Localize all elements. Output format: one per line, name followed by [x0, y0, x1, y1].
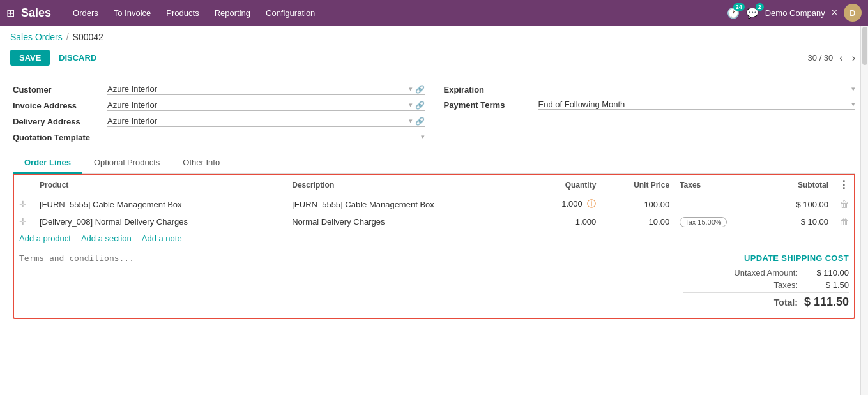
total-divider [683, 292, 849, 293]
grand-total-row: Total: $ 111.50 [683, 295, 849, 309]
total-value: $ 111.50 [804, 295, 849, 309]
col-description: Description [287, 175, 529, 195]
col-product: Product [34, 175, 287, 195]
discard-button[interactable]: DISCARD [59, 53, 96, 63]
message-badge: 2 [756, 3, 764, 11]
add-product-link[interactable]: Add a product [19, 234, 71, 243]
untaxed-amount-row: Untaxed Amount: $ 110.00 [683, 268, 849, 278]
add-section-link[interactable]: Add a section [81, 234, 132, 243]
tab-other-info[interactable]: Other Info [171, 153, 231, 174]
menu-to-invoice[interactable]: To Invoice [107, 6, 158, 20]
totals-section: UPDATE SHIPPING COST Untaxed Amount: $ 1… [683, 253, 849, 311]
menu-products[interactable]: Products [160, 6, 205, 20]
grid-icon[interactable]: ⊞ [6, 7, 15, 19]
expiration-dropdown-icon[interactable]: ▾ [851, 85, 855, 93]
tabs-bar: Order Lines Optional Products Other Info [13, 153, 855, 174]
menu-orders[interactable]: Orders [66, 6, 105, 20]
tab-order-lines[interactable]: Order Lines [13, 153, 82, 174]
taxes-row: Taxes: $ 1.50 [683, 280, 849, 290]
menu-configuration[interactable]: Configuration [259, 6, 321, 20]
scrollbar-thumb[interactable] [862, 27, 867, 65]
prev-page-button[interactable]: ‹ [837, 51, 845, 65]
payment-terms-input[interactable] [538, 100, 851, 109]
expiration-row: Expiration ▾ [444, 84, 856, 94]
invoice-address-input[interactable] [107, 100, 407, 110]
quantity-cell[interactable]: 1.000 [530, 213, 602, 230]
form-left: Customer ▾ 🔗 Invoice Address ▾ 🔗 Deliver… [13, 84, 425, 142]
table-row: ✛ [Delivery_008] Normal Delivery Charges… [14, 213, 854, 230]
invoice-external-link-icon[interactable]: 🔗 [415, 101, 425, 110]
delivery-address-input[interactable] [107, 116, 407, 126]
customer-input-wrap: ▾ 🔗 [107, 84, 425, 95]
breadcrumb: Sales Orders / S00042 [0, 26, 868, 46]
drag-handle-icon[interactable]: ✛ [19, 216, 27, 227]
payment-terms-dropdown-icon[interactable]: ▾ [851, 100, 855, 108]
taxes-cell: Tax 15.00% [674, 213, 766, 230]
terms-input[interactable] [19, 253, 670, 285]
delete-row-icon[interactable]: 🗑 [840, 216, 849, 227]
taxes-label: Taxes: [721, 280, 798, 290]
menu-reporting[interactable]: Reporting [208, 6, 257, 20]
expiration-input[interactable] [538, 84, 851, 94]
quotation-template-input[interactable] [107, 132, 420, 142]
breadcrumb-separator: / [66, 32, 69, 42]
topnav: ⊞ Sales Orders To Invoice Products Repor… [0, 0, 868, 26]
message-icon[interactable]: 💬 2 [746, 7, 759, 19]
customer-dropdown-icon[interactable]: ▾ [409, 85, 413, 93]
description-cell[interactable]: Normal Delivery Charges [287, 213, 529, 230]
customer-external-link-icon[interactable]: 🔗 [415, 85, 425, 94]
drag-handle-icon[interactable]: ✛ [19, 199, 27, 209]
invoice-address-row: Invoice Address ▾ 🔗 [13, 100, 425, 111]
update-shipping-button[interactable]: UPDATE SHIPPING COST [683, 253, 849, 263]
customer-input[interactable] [107, 84, 407, 94]
product-cell[interactable]: [Delivery_008] Normal Delivery Charges [34, 213, 287, 230]
avatar[interactable]: D [844, 4, 862, 22]
invoice-dropdown-icon[interactable]: ▾ [409, 101, 413, 109]
tax-badge: Tax 15.00% [680, 217, 726, 227]
next-page-button[interactable]: › [849, 51, 858, 65]
scrollbar[interactable] [860, 26, 868, 319]
bottom-section: UPDATE SHIPPING COST Untaxed Amount: $ 1… [14, 247, 854, 318]
save-button[interactable]: SAVE [10, 50, 50, 66]
order-lines-section: Product Description Quantity Unit Price … [13, 174, 855, 319]
form-grid: Customer ▾ 🔗 Invoice Address ▾ 🔗 Deliver… [13, 78, 855, 153]
close-icon[interactable]: × [832, 7, 837, 19]
unit-price-cell[interactable]: 10.00 [601, 213, 674, 230]
subtotal-cell: $ 100.00 [766, 195, 834, 214]
action-bar: SAVE DISCARD 30 / 30 ‹ › [0, 46, 868, 71]
expiration-label: Expiration [444, 85, 533, 94]
table-actions: Add a product Add a section Add a note [14, 230, 854, 247]
activity-icon[interactable]: 🕐 24 [727, 7, 740, 19]
expiration-input-wrap: ▾ [538, 84, 856, 94]
terms-area [19, 253, 670, 311]
col-unit-price: Unit Price [601, 175, 674, 195]
tab-optional-products[interactable]: Optional Products [82, 153, 171, 174]
company-selector[interactable]: Demo Company [765, 8, 825, 18]
topnav-menu: Orders To Invoice Products Reporting Con… [66, 6, 727, 20]
col-subtotal: Subtotal [766, 175, 834, 195]
quantity-cell[interactable]: 1.000 ⓘ [530, 195, 602, 214]
subtotal-cell: $ 10.00 [766, 213, 834, 230]
add-note-link[interactable]: Add a note [142, 234, 182, 243]
action-buttons: SAVE DISCARD [10, 50, 96, 66]
product-cell[interactable]: [FURN_5555] Cable Management Box [34, 195, 287, 214]
taxes-cell [674, 195, 766, 214]
breadcrumb-current: S00042 [73, 32, 103, 42]
quotation-dropdown-icon[interactable]: ▾ [421, 133, 425, 141]
topnav-right: 🕐 24 💬 2 Demo Company × D [727, 4, 862, 22]
delivery-dropdown-icon[interactable]: ▾ [409, 117, 413, 125]
quantity-warning-icon: ⓘ [587, 198, 596, 209]
breadcrumb-parent[interactable]: Sales Orders [10, 32, 63, 42]
order-table: Product Description Quantity Unit Price … [14, 175, 854, 230]
brand-logo[interactable]: Sales [21, 6, 51, 20]
invoice-address-input-wrap: ▾ 🔗 [107, 100, 425, 111]
description-cell[interactable]: [FURN_5555] Cable Management Box [287, 195, 529, 214]
delete-row-icon[interactable]: 🗑 [840, 199, 849, 209]
column-options-icon[interactable]: ⋮ [839, 179, 849, 190]
unit-price-cell[interactable]: 100.00 [601, 195, 674, 214]
customer-row: Customer ▾ 🔗 [13, 84, 425, 95]
col-taxes: Taxes [674, 175, 766, 195]
delivery-external-link-icon[interactable]: 🔗 [415, 117, 425, 126]
delivery-address-label: Delivery Address [13, 117, 102, 126]
delivery-address-row: Delivery Address ▾ 🔗 [13, 116, 425, 127]
